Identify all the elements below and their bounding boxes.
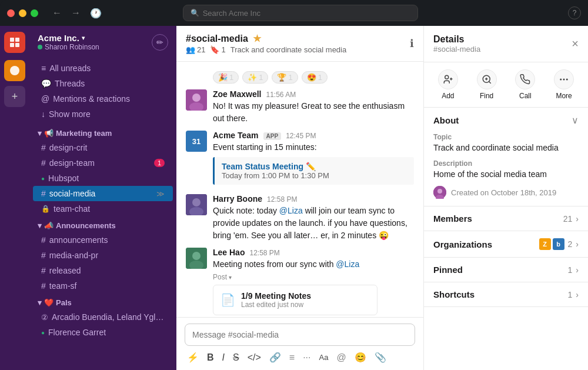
- chat-input-box[interactable]: [185, 324, 415, 346]
- panel-header-left: Details #social-media: [433, 34, 480, 54]
- workspace-chevron-icon: ▾: [82, 35, 85, 41]
- sidebar-item-arcadio[interactable]: ② Arcadio Buendia, Leland Ygle...: [33, 309, 173, 325]
- panel-close-button[interactable]: ×: [572, 37, 579, 51]
- workspace-icon-2[interactable]: [4, 60, 25, 81]
- note-card[interactable]: 📄 1/9 Meeting Notes Last edited just now: [213, 285, 377, 315]
- message-sender[interactable]: Lee Hao: [213, 248, 245, 257]
- sidebar-item-show-more[interactable]: ↓ Show more: [33, 106, 173, 122]
- channel-name: released: [49, 266, 81, 275]
- hash-icon: #: [41, 143, 46, 152]
- bold-button[interactable]: B: [206, 351, 215, 364]
- more-icon: [554, 69, 574, 89]
- workspace-name[interactable]: Acme Inc. ▾: [38, 33, 99, 43]
- text-size-button[interactable]: Aa: [318, 352, 330, 363]
- post-label-text: Post: [213, 273, 227, 281]
- message-row: Harry Boone 12:58 PM Quick note: today @…: [186, 192, 414, 244]
- pinned-row[interactable]: Pinned 1 ›: [424, 258, 588, 282]
- channel-name: announcements: [49, 235, 108, 245]
- sidebar-item-team-chat[interactable]: 🔒 team-chat: [33, 201, 173, 216]
- sidebar-item-design-crit[interactable]: # design-crit: [33, 140, 173, 155]
- find-action[interactable]: Find: [470, 69, 503, 100]
- svg-point-25: [437, 189, 442, 194]
- sidebar-item-media-and-pr[interactable]: # media-and-pr: [33, 248, 173, 263]
- message-sender[interactable]: Harry Boone: [213, 194, 262, 204]
- call-action[interactable]: Call: [509, 69, 542, 100]
- channel-name: social-media: [49, 189, 96, 198]
- svg-point-6: [192, 94, 201, 102]
- sidebar-item-released[interactable]: # released: [33, 263, 173, 278]
- sidebar-item-social-media[interactable]: # social-media ≫: [33, 186, 173, 201]
- about-section: About ∨ Topic Track and coordinate socia…: [424, 108, 588, 206]
- panel-header: Details #social-media ×: [424, 26, 588, 62]
- shortcuts-row[interactable]: Shortcuts 1 ›: [424, 282, 588, 307]
- minimize-traffic-light[interactable]: [19, 9, 26, 17]
- channel-meta: 👥 21 🔖 1 Track and coordinate social med…: [186, 45, 346, 54]
- mention[interactable]: @Liza: [279, 206, 303, 215]
- info-button[interactable]: ℹ: [410, 37, 414, 50]
- members-row[interactable]: Members 21 ›: [424, 206, 588, 231]
- back-button[interactable]: ←: [50, 5, 64, 21]
- message-sender[interactable]: Acme Team: [213, 131, 259, 140]
- sidebar-group-announcements[interactable]: ▾ 📣 Announcements: [29, 216, 176, 232]
- lightning-button[interactable]: ⚡: [186, 351, 200, 364]
- edit-button[interactable]: ✏: [152, 34, 168, 51]
- workspace-icon-1[interactable]: [4, 32, 25, 53]
- organizations-right: Z b 2 ›: [539, 238, 579, 250]
- sidebar-group-marketing[interactable]: ▾ 📢 Marketing team: [29, 124, 176, 140]
- sidebar-group-pals[interactable]: ▾ ❤️ Pals: [29, 294, 176, 309]
- description-label: Description: [433, 159, 579, 168]
- sidebar-item-florence[interactable]: ● Florence Garret: [33, 325, 173, 340]
- mention[interactable]: @Liza: [336, 259, 359, 269]
- reaction-item[interactable]: ✨1: [242, 71, 268, 84]
- italic-button[interactable]: I: [221, 351, 226, 364]
- code-button[interactable]: </>: [246, 351, 262, 364]
- about-content: Topic Track and coordinate social media …: [424, 133, 588, 206]
- channel-name: Florence Garret: [48, 328, 106, 337]
- traffic-lights: [7, 9, 38, 17]
- add-workspace-button[interactable]: +: [4, 86, 25, 107]
- attach-button[interactable]: 📎: [373, 351, 387, 364]
- more-action[interactable]: More: [548, 69, 580, 100]
- right-panel: Details #social-media × Add Find: [423, 26, 588, 370]
- add-action[interactable]: Add: [432, 69, 464, 100]
- sidebar-item-unreads[interactable]: ≡ All unreads: [33, 61, 173, 76]
- post-label: Post ▾: [213, 273, 414, 281]
- close-traffic-light[interactable]: [7, 9, 15, 17]
- message-time: 12:45 PM: [286, 132, 316, 140]
- hash-icon: #: [41, 281, 46, 291]
- forward-button[interactable]: →: [69, 5, 83, 21]
- help-button[interactable]: ?: [568, 6, 581, 19]
- sidebar-item-threads[interactable]: 💬 Threads: [33, 76, 173, 91]
- sidebar-item-design-team[interactable]: # design-team 1: [33, 155, 173, 171]
- topic-label: Topic: [433, 133, 579, 141]
- reaction-item[interactable]: 🏆1: [272, 71, 298, 84]
- message-input[interactable]: [192, 330, 407, 339]
- sidebar-item-mentions[interactable]: @ Mentions & reactions: [33, 91, 173, 106]
- organizations-row[interactable]: Organizations Z b 2 ›: [424, 231, 588, 258]
- chat-header-left: #social-media ★ 👥 21 🔖 1 Track and coord…: [186, 33, 346, 54]
- sidebar-item-hubspot[interactable]: ● Hubspot: [33, 171, 173, 186]
- svg-rect-2: [10, 43, 14, 47]
- more-formatting-button[interactable]: ···: [302, 351, 312, 364]
- emoji-button[interactable]: 😊: [353, 351, 368, 364]
- star-icon[interactable]: ★: [253, 33, 261, 44]
- history-button[interactable]: 🕐: [88, 5, 104, 21]
- about-section-header[interactable]: About ∨: [424, 108, 588, 133]
- reaction-item[interactable]: 🎉1: [213, 71, 239, 84]
- sidebar-item-team-sf[interactable]: # team-sf: [33, 278, 173, 294]
- link-button[interactable]: 🔗: [268, 351, 282, 364]
- search-bar[interactable]: 🔍: [183, 5, 418, 21]
- mention-button[interactable]: @: [335, 351, 347, 364]
- sidebar-item-announcements[interactable]: # announcements: [33, 232, 173, 248]
- reaction-item[interactable]: 😍1: [302, 71, 328, 84]
- maximize-traffic-light[interactable]: [31, 9, 38, 17]
- pinned-label: Pinned: [433, 265, 463, 275]
- search-input[interactable]: [203, 9, 410, 18]
- bookmark-icon: 🔖: [210, 45, 219, 54]
- list-button[interactable]: ≡: [288, 351, 296, 364]
- channel-title: #social-media ★: [186, 33, 346, 44]
- message-sender[interactable]: Zoe Maxwell: [213, 89, 261, 99]
- org-badge-b: b: [553, 238, 564, 250]
- event-card[interactable]: Team Status Meeting ✏️ Today from 1:00 P…: [213, 157, 414, 185]
- strikethrough-button[interactable]: S: [232, 351, 240, 364]
